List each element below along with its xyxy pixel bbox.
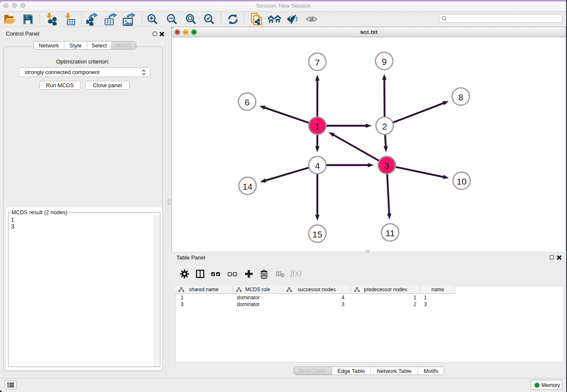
svg-text:4: 4 — [315, 161, 320, 171]
svg-text:9: 9 — [382, 57, 387, 66]
svg-text:2: 2 — [382, 121, 387, 131]
svg-text:1: 1 — [315, 121, 320, 131]
svg-text:3: 3 — [384, 161, 389, 171]
svg-text:11: 11 — [385, 228, 395, 238]
svg-text:15: 15 — [312, 229, 322, 239]
svg-text:7: 7 — [315, 58, 320, 67]
svg-text:10: 10 — [457, 177, 466, 186]
svg-text:14: 14 — [242, 182, 253, 191]
svg-text:6: 6 — [245, 97, 250, 107]
svg-text:8: 8 — [458, 92, 463, 102]
